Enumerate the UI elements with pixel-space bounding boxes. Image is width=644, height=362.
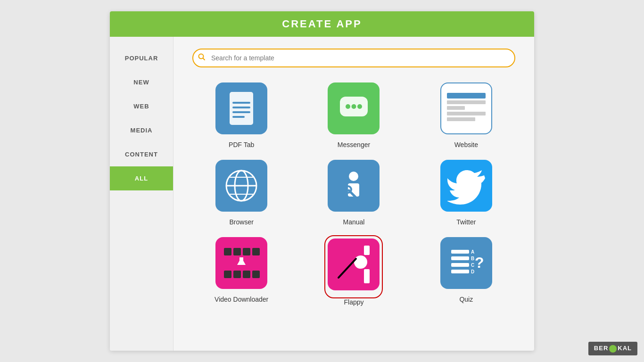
template-icon-manual — [328, 160, 380, 212]
template-label-browser: Browser — [229, 218, 253, 226]
page-header: CREATE APP — [110, 11, 534, 37]
template-label-pdf: PDF Tab — [229, 141, 254, 148]
svg-rect-31 — [243, 271, 250, 278]
watermark: BERKAL — [588, 342, 637, 355]
search-bar — [192, 49, 515, 67]
svg-rect-27 — [243, 248, 250, 255]
template-label-twitter: Twitter — [456, 218, 476, 226]
template-icon-wrapper: A B C D ? — [438, 235, 494, 296]
template-icon-wrapper — [214, 235, 269, 296]
template-icon-wrapper — [438, 81, 494, 141]
svg-rect-14 — [447, 112, 486, 115]
svg-point-10 — [357, 104, 362, 109]
svg-rect-11 — [447, 93, 486, 99]
template-manual[interactable]: Manual — [305, 158, 403, 226]
svg-rect-29 — [224, 271, 231, 278]
template-grid: PDF Tab Messenge — [192, 81, 515, 306]
svg-rect-12 — [447, 100, 486, 104]
svg-text:B: B — [471, 256, 474, 261]
template-icon-wrapper — [214, 81, 269, 141]
watermark-icon — [609, 345, 617, 353]
template-label-manual: Manual — [343, 218, 365, 226]
svg-text:A: A — [471, 249, 474, 255]
svg-rect-28 — [252, 248, 260, 255]
svg-line-1 — [203, 58, 205, 60]
template-label-video: Video Downloader — [215, 296, 268, 303]
template-pdf-tab[interactable]: PDF Tab — [192, 81, 290, 148]
svg-rect-25 — [224, 248, 231, 255]
sidebar-item-popular[interactable]: POPULAR — [110, 46, 173, 70]
search-icon — [198, 53, 206, 63]
content-area: PDF Tab Messenge — [173, 37, 534, 351]
svg-rect-42 — [451, 270, 469, 273]
body: POPULAR NEW WEB MEDIA CONTENT ALL — [110, 37, 534, 351]
svg-point-9 — [351, 104, 356, 109]
svg-point-35 — [354, 255, 367, 269]
svg-rect-38 — [364, 246, 370, 255]
search-input[interactable] — [192, 49, 515, 67]
sidebar-item-content[interactable]: CONTENT — [110, 142, 173, 166]
template-selected-border — [324, 235, 383, 298]
template-label-flappy: Flappy — [344, 298, 363, 306]
svg-rect-30 — [233, 271, 241, 278]
svg-point-8 — [346, 104, 350, 109]
template-icon-wrapper — [326, 158, 381, 218]
svg-rect-39 — [451, 250, 469, 254]
svg-rect-34 — [239, 257, 243, 265]
template-browser[interactable]: Browser — [192, 158, 290, 226]
template-icon-wrapper — [214, 158, 269, 218]
template-icon-pdf — [215, 82, 267, 134]
page-title: CREATE APP — [282, 18, 362, 30]
svg-text:C: C — [471, 263, 474, 268]
svg-rect-37 — [364, 269, 370, 283]
sidebar-item-all[interactable]: ALL — [110, 166, 173, 190]
search-wrapper — [192, 49, 515, 67]
svg-rect-32 — [252, 271, 260, 278]
svg-rect-13 — [447, 106, 465, 110]
svg-point-21 — [349, 172, 358, 181]
svg-rect-26 — [233, 248, 241, 255]
template-label-messenger: Messenger — [338, 141, 370, 148]
svg-rect-41 — [451, 263, 469, 267]
template-website[interactable]: Website — [417, 81, 515, 148]
template-label-quiz: Quiz — [459, 296, 473, 303]
svg-line-36 — [339, 259, 356, 278]
svg-text:D: D — [471, 269, 474, 274]
svg-rect-15 — [447, 117, 475, 121]
template-icon-twitter — [440, 160, 492, 212]
template-messenger[interactable]: Messenger — [305, 81, 403, 148]
template-icon-flappy — [328, 239, 380, 290]
template-icon-wrapper — [438, 158, 494, 218]
template-twitter[interactable]: Twitter — [417, 158, 515, 226]
template-video-downloader[interactable]: Video Downloader — [192, 235, 290, 306]
main-container: CREATE APP POPULAR NEW WEB MEDIA CONTENT… — [110, 11, 534, 351]
svg-rect-40 — [451, 256, 469, 260]
template-icon-video — [215, 237, 267, 289]
sidebar-item-web[interactable]: WEB — [110, 94, 173, 118]
template-quiz[interactable]: A B C D ? Quiz — [417, 235, 515, 306]
template-icon-wrapper — [326, 81, 381, 141]
template-icon-browser — [215, 160, 267, 212]
template-icon-messenger — [328, 82, 380, 134]
template-flappy[interactable]: Flappy — [305, 235, 403, 306]
template-icon-website — [440, 82, 492, 134]
svg-text:?: ? — [475, 254, 484, 271]
template-icon-quiz: A B C D ? — [440, 237, 492, 289]
sidebar: POPULAR NEW WEB MEDIA CONTENT ALL — [110, 37, 173, 351]
sidebar-item-new[interactable]: NEW — [110, 70, 173, 94]
sidebar-item-media[interactable]: MEDIA — [110, 118, 173, 142]
template-label-website: Website — [454, 141, 478, 148]
